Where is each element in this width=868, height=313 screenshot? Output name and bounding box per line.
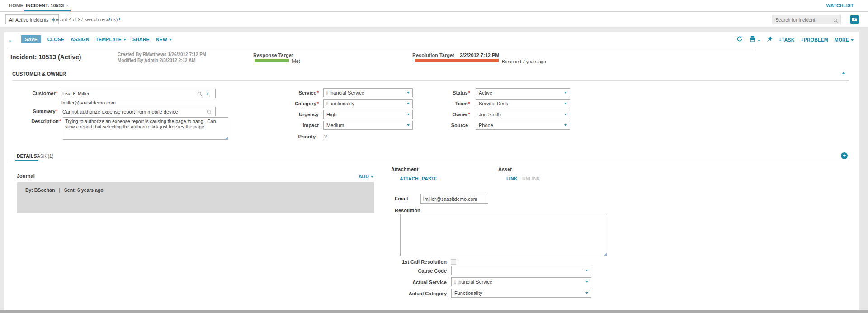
source-dropdown[interactable]: Phone [476,121,570,130]
required-marker: * [59,119,61,124]
chevron-down-icon [585,281,588,283]
modified-by-text: Modified By Admin 2/3/2012 2:12 AM [118,58,196,63]
back-arrow-icon[interactable]: ← [8,36,15,43]
horizontal-scrollbar[interactable] [0,310,868,313]
impact-dropdown[interactable]: Medium [323,121,413,130]
response-target-status: Met [292,58,300,64]
impact-value: Medium [324,121,412,129]
share-button[interactable]: SHARE [132,37,150,42]
journal-entry-row[interactable]: By: BSochan | Sent: 6 years ago [17,182,374,213]
customer-detail-arrow-icon[interactable]: › [207,90,208,97]
journal-entry-author: By: BSochan [25,187,55,193]
more-menu-button[interactable]: MORE [835,37,854,43]
description-textarea[interactable]: Trying to authorize an expense report is… [63,117,228,140]
priority-label: Priority [253,134,316,139]
source-label: Source [407,123,468,128]
add-problem-button[interactable]: +PROBLEM [801,37,828,43]
team-dropdown[interactable]: Service Desk [476,99,570,108]
summary-label-text: Summary [33,109,56,114]
owner-value: Jon Smith [476,110,570,119]
attachment-label: Attachment [391,166,419,172]
paste-button[interactable]: PASTE [422,176,437,181]
view-selector-dropdown[interactable]: All Active Incidents [5,14,59,24]
chevron-down-icon [123,39,126,41]
category-dropdown[interactable]: Functionality [323,99,413,108]
category-value: Functionality [324,100,412,108]
chevron-down-icon [564,103,567,104]
add-tab-icon[interactable]: + [841,152,848,159]
tab-incident[interactable]: INCIDENT: 10513× [24,0,71,11]
save-button[interactable]: SAVE [21,35,41,43]
required-marker: * [56,90,58,96]
source-value: Phone [476,121,570,129]
customer-input[interactable] [60,89,216,98]
page-title: Incident: 10513 (Active) [10,53,81,61]
first-call-resolution-label: 1st Call Resolution [380,259,447,265]
journal-add-button[interactable]: ADD [359,174,373,179]
actual-category-label-text: Actual Category [409,291,447,296]
chevron-down-icon [585,292,588,294]
resolution-target-date: 2/2/2012 7:12 PM [460,52,499,58]
refresh-icon[interactable] [736,36,743,44]
summary-input[interactable] [60,107,216,116]
journal-entry-separator: | [59,187,60,193]
chevron-down-icon [169,39,172,41]
description-resize-grip[interactable] [225,137,228,139]
impact-label-text: Impact [303,123,319,128]
assign-button[interactable]: ASSIGN [71,37,89,42]
resolution-textarea[interactable] [400,214,607,256]
incident-page: HOME INCIDENT: 10513× WATCHLIST All Acti… [0,0,868,313]
summary-label: Summary* [14,109,58,114]
print-menu-button[interactable] [749,36,760,44]
chevron-down-icon [758,40,760,42]
add-task-button[interactable]: +TASK [779,37,795,43]
next-record-button[interactable]: › [118,15,121,22]
saved-search-folder-icon[interactable] [850,15,859,24]
cause-code-dropdown[interactable] [451,266,591,275]
tab-incident-label: INCIDENT: 10513 [26,3,64,8]
service-dropdown[interactable]: Financial Service [323,88,413,97]
required-marker: * [468,101,470,106]
view-selector-value: All Active Incidents [9,17,49,23]
actual-service-dropdown[interactable]: Financial Service [451,277,591,286]
first-call-resolution-checkbox[interactable] [451,259,456,265]
template-menu-button[interactable]: TEMPLATE [95,37,126,42]
actual-category-dropdown[interactable]: Functionality [451,289,591,298]
journal-entry-sent: Sent: 6 years ago [64,187,104,193]
description-label: Description* [14,119,61,124]
tab-task[interactable]: TASK (1) [34,153,53,159]
toolbar-divider [9,49,753,49]
urgency-label: Urgency [253,112,319,117]
email-input[interactable] [420,194,488,204]
first-call-resolution-label-text: 1st Call Resolution [402,259,447,265]
watchlist-button[interactable]: WATCHLIST [826,0,854,11]
customer-search-icon[interactable] [197,90,203,99]
attach-button[interactable]: ATTACH [400,176,419,181]
pin-icon[interactable] [767,36,773,44]
urgency-dropdown[interactable]: High [323,110,413,119]
owner-dropdown[interactable]: Jon Smith [476,110,570,119]
collapse-section-icon[interactable] [842,72,845,74]
toolbar-right: +TASK +PROBLEM MORE [736,36,854,44]
journal-add-label: ADD [359,174,369,179]
status-dropdown[interactable]: Active [476,88,570,97]
search-input[interactable] [772,15,834,24]
resolution-resize-grip[interactable] [604,253,607,256]
new-menu-button[interactable]: NEW [156,37,172,42]
new-label: NEW [156,37,167,42]
search-box [772,15,841,24]
category-label-text: Category [295,101,316,106]
link-button[interactable]: LINK [506,176,518,181]
customer-label-text: Customer [32,90,55,96]
required-marker: * [468,90,470,95]
resolution-target-bar [415,59,499,62]
actual-category-value: Functionality [452,289,591,297]
search-icon[interactable] [833,17,839,25]
prev-record-button[interactable]: ‹ [108,15,111,22]
tab-close-icon[interactable]: × [66,3,69,8]
close-button[interactable]: CLOSE [47,37,64,42]
record-nav-bar: All Active Incidents (record 4 of 97 sea… [0,12,868,27]
chevron-down-icon [585,270,588,271]
tab-home[interactable]: HOME [9,0,24,10]
summary-search-icon[interactable] [207,109,212,117]
